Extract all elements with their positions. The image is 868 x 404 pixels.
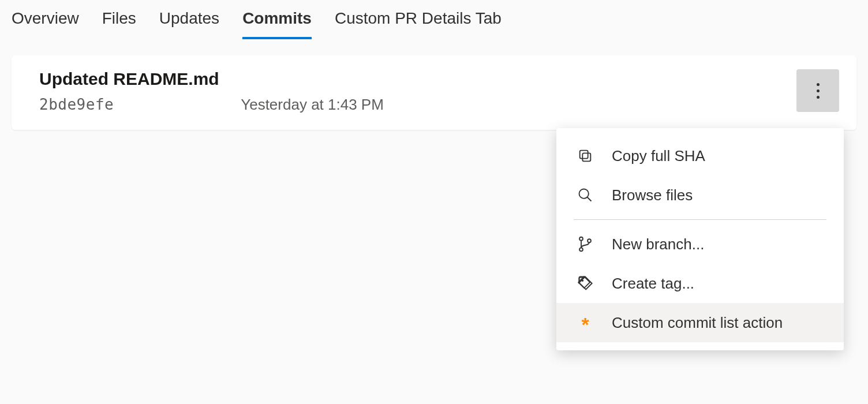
commit-title: Updated README.md <box>39 69 796 89</box>
menu-label: Custom commit list action <box>612 314 783 332</box>
vertical-dots-icon <box>817 83 820 99</box>
commit-info: Updated README.md 2bde9efe Yesterday at … <box>39 69 796 114</box>
menu-copy-full-sha[interactable]: Copy full SHA <box>556 136 844 175</box>
tab-files[interactable]: Files <box>102 9 136 39</box>
svg-point-5 <box>579 248 583 251</box>
menu-create-tag[interactable]: Create tag... <box>556 264 844 303</box>
branch-icon <box>576 235 594 253</box>
menu-new-branch[interactable]: New branch... <box>556 225 844 264</box>
more-actions-button[interactable] <box>796 69 839 112</box>
svg-point-7 <box>582 280 584 282</box>
svg-rect-1 <box>580 151 588 159</box>
tab-updates[interactable]: Updates <box>159 9 219 39</box>
tab-custom-pr-details[interactable]: Custom PR Details Tab <box>335 9 502 39</box>
menu-divider <box>574 219 826 220</box>
svg-rect-0 <box>582 153 590 161</box>
menu-label: Browse files <box>612 186 693 204</box>
commit-meta: 2bde9efe Yesterday at 1:43 PM <box>39 96 796 114</box>
commit-timestamp: Yesterday at 1:43 PM <box>241 96 384 114</box>
copy-icon <box>576 147 594 165</box>
pr-tabs: Overview Files Updates Commits Custom PR… <box>0 0 868 39</box>
svg-point-4 <box>579 237 583 241</box>
svg-point-6 <box>588 239 591 242</box>
commit-actions-menu: Copy full SHA Browse files New branch...… <box>556 128 844 350</box>
tab-overview[interactable]: Overview <box>12 9 79 39</box>
menu-label: Create tag... <box>612 275 694 293</box>
menu-label: Copy full SHA <box>612 147 705 165</box>
menu-custom-commit-action[interactable]: * Custom commit list action <box>556 303 844 342</box>
commit-row: Updated README.md 2bde9efe Yesterday at … <box>12 55 856 130</box>
commit-sha: 2bde9efe <box>39 96 114 114</box>
svg-line-3 <box>588 197 592 201</box>
svg-point-2 <box>579 189 589 199</box>
menu-label: New branch... <box>612 235 704 253</box>
search-icon <box>576 186 594 204</box>
tag-icon <box>576 274 594 293</box>
menu-browse-files[interactable]: Browse files <box>556 175 844 215</box>
asterisk-icon: * <box>576 313 594 332</box>
tab-commits[interactable]: Commits <box>242 9 312 39</box>
